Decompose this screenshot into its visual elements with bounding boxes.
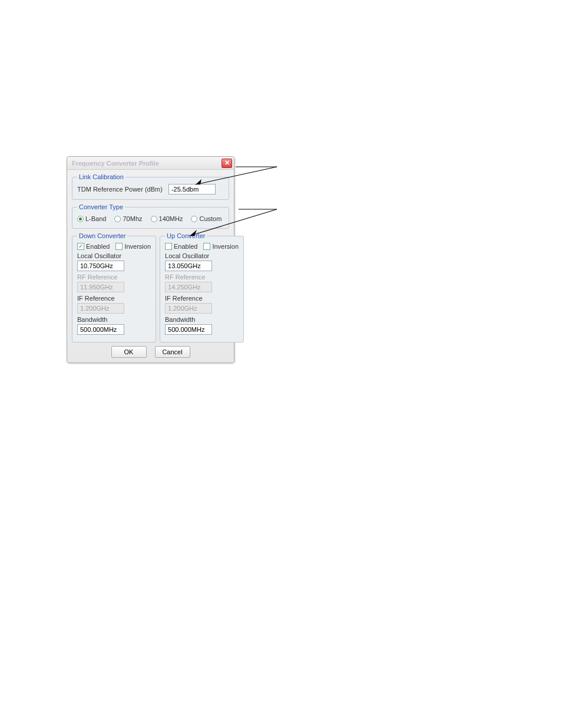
up-inversion-label: Inversion bbox=[212, 243, 239, 250]
down-inversion-checkbox[interactable]: Inversion bbox=[115, 243, 151, 250]
up-rf-label: RF Reference bbox=[165, 274, 239, 281]
checkbox-icon bbox=[203, 243, 210, 250]
down-rf-input bbox=[77, 282, 124, 292]
frequency-converter-dialog: Frequency Converter Profile ✕ Link Calib… bbox=[67, 156, 234, 363]
down-inversion-label: Inversion bbox=[124, 243, 151, 250]
checkbox-icon bbox=[115, 243, 123, 250]
up-lo-input[interactable] bbox=[165, 261, 212, 271]
radio-icon bbox=[191, 216, 197, 222]
down-bw-input[interactable] bbox=[77, 324, 124, 335]
down-lo-input[interactable] bbox=[77, 261, 124, 271]
down-lo-label: Local Oscillator bbox=[77, 252, 151, 259]
radio-icon bbox=[114, 216, 121, 222]
up-converter-legend: Up Converter bbox=[165, 232, 207, 239]
tdm-reference-input[interactable] bbox=[168, 184, 216, 195]
radio-icon bbox=[77, 216, 84, 222]
down-converter-legend: Down Converter bbox=[77, 232, 127, 239]
dialog-body: Link Calibration TDM Reference Power (dB… bbox=[67, 170, 234, 363]
radio-lband[interactable]: L-Band bbox=[77, 215, 106, 222]
ok-button[interactable]: OK bbox=[111, 346, 147, 358]
radio-70mhz[interactable]: 70Mhz bbox=[114, 215, 142, 222]
dialog-title: Frequency Converter Profile bbox=[72, 160, 159, 167]
down-if-input bbox=[77, 303, 124, 314]
titlebar[interactable]: Frequency Converter Profile ✕ bbox=[67, 157, 234, 170]
up-converter-group: Up Converter Enabled Inversion Local Osc… bbox=[160, 232, 244, 342]
down-enabled-label: Enabled bbox=[86, 243, 110, 250]
radio-140mhz[interactable]: 140MHz bbox=[151, 215, 183, 222]
radio-lband-label: L-Band bbox=[85, 215, 106, 222]
up-if-input bbox=[165, 303, 212, 314]
checkbox-icon: ✓ bbox=[77, 243, 84, 250]
converter-type-legend: Converter Type bbox=[77, 203, 125, 210]
up-if-label: IF Reference bbox=[165, 295, 239, 302]
up-rf-input bbox=[165, 282, 212, 292]
close-button[interactable]: ✕ bbox=[222, 159, 232, 168]
down-bw-label: Bandwidth bbox=[77, 316, 151, 323]
radio-icon bbox=[151, 216, 157, 222]
converter-type-group: Converter Type L-Band 70Mhz 140MHz Custo… bbox=[72, 203, 229, 229]
link-calibration-legend: Link Calibration bbox=[77, 173, 125, 180]
down-rf-label: RF Reference bbox=[77, 274, 151, 281]
radio-custom-label: Custom bbox=[199, 215, 222, 222]
up-bw-label: Bandwidth bbox=[165, 316, 239, 323]
radio-custom[interactable]: Custom bbox=[191, 215, 222, 222]
up-enabled-label: Enabled bbox=[174, 243, 197, 250]
down-converter-group: Down Converter ✓ Enabled Inversion Local… bbox=[72, 232, 156, 342]
up-enabled-checkbox[interactable]: Enabled bbox=[165, 243, 197, 250]
down-enabled-checkbox[interactable]: ✓ Enabled bbox=[77, 243, 110, 250]
down-if-label: IF Reference bbox=[77, 295, 151, 302]
close-icon: ✕ bbox=[224, 159, 230, 167]
cancel-button[interactable]: Cancel bbox=[155, 346, 190, 358]
link-calibration-group: Link Calibration TDM Reference Power (dB… bbox=[72, 173, 229, 200]
tdm-reference-label: TDM Reference Power (dBm) bbox=[77, 186, 163, 193]
up-inversion-checkbox[interactable]: Inversion bbox=[203, 243, 239, 250]
checkbox-icon bbox=[165, 243, 172, 250]
up-lo-label: Local Oscillator bbox=[165, 252, 239, 259]
radio-70mhz-label: 70Mhz bbox=[123, 215, 142, 222]
up-bw-input[interactable] bbox=[165, 324, 212, 335]
radio-140mhz-label: 140MHz bbox=[159, 215, 183, 222]
